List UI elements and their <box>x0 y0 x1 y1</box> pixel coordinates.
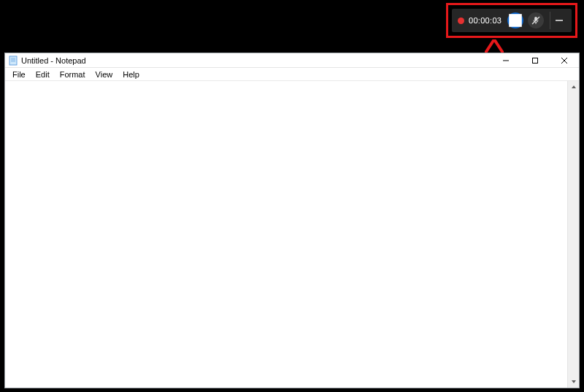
close-window-button[interactable] <box>550 53 579 67</box>
editor-area <box>5 81 579 388</box>
stop-recording-button[interactable] <box>507 12 523 28</box>
menu-format[interactable]: Format <box>55 69 90 80</box>
window-controls <box>491 53 579 67</box>
maximize-window-button[interactable] <box>520 53 550 67</box>
notepad-app-icon <box>8 55 18 66</box>
minimize-window-button[interactable] <box>491 53 520 67</box>
menubar: File Edit Format View Help <box>5 68 579 81</box>
recording-timer: 00:00:03 <box>469 16 502 25</box>
microphone-muted-button[interactable] <box>528 12 544 28</box>
collapse-recording-bar-button[interactable] <box>550 12 567 29</box>
menu-help[interactable]: Help <box>118 69 144 80</box>
recording-bar: 00:00:03 <box>452 9 572 32</box>
svg-rect-4 <box>9 56 17 65</box>
recording-indicator-icon <box>458 18 464 24</box>
titlebar[interactable]: Untitled - Notepad <box>5 53 579 68</box>
svg-rect-9 <box>533 58 538 63</box>
svg-rect-0 <box>509 14 522 27</box>
minimize-icon <box>556 20 563 21</box>
scroll-up-button[interactable] <box>568 81 579 93</box>
menu-view[interactable]: View <box>91 69 118 80</box>
text-editor[interactable] <box>5 81 567 388</box>
notepad-window: Untitled - Notepad File Edit Format View… <box>4 53 580 388</box>
vertical-scrollbar[interactable] <box>567 81 579 388</box>
scroll-down-button[interactable] <box>568 376 579 388</box>
menu-edit[interactable]: Edit <box>31 69 54 80</box>
window-title: Untitled - Notepad <box>21 56 491 65</box>
menu-file[interactable]: File <box>8 69 30 80</box>
recording-bar-highlight: 00:00:03 <box>446 3 577 38</box>
